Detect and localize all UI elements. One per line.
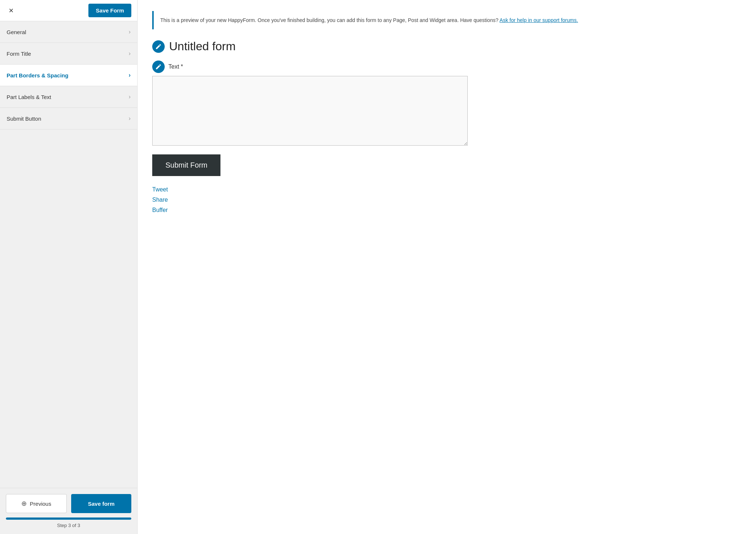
social-link-buffer[interactable]: Buffer	[152, 207, 741, 213]
chevron-icon: ›	[129, 72, 131, 78]
nav-item-label: General	[7, 29, 26, 35]
social-link-share[interactable]: Share	[152, 197, 741, 203]
field-required-marker: *	[181, 63, 183, 70]
social-links: TweetShareBuffer	[152, 186, 741, 213]
sidebar-item-general[interactable]: General›	[0, 21, 137, 43]
progress-bar-container	[6, 517, 131, 520]
sidebar-item-submit-button[interactable]: Submit Button›	[0, 108, 137, 129]
preview-area: This is a preview of your new HappyForm.…	[138, 0, 756, 534]
chevron-icon: ›	[129, 115, 131, 122]
field-edit-icon[interactable]	[152, 61, 165, 73]
chevron-icon: ›	[129, 94, 131, 100]
text-textarea[interactable]	[152, 76, 468, 146]
chevron-icon: ›	[129, 50, 131, 57]
sidebar-item-part-borders-spacing[interactable]: Part Borders & Spacing›	[0, 65, 137, 86]
field-label: Text *	[168, 63, 183, 70]
submit-button-container: Submit Form	[152, 154, 741, 183]
nav-item-label: Part Labels & Text	[7, 94, 51, 100]
nav-item-label: Submit Button	[7, 116, 41, 122]
previous-button[interactable]: ⊕ Previous	[6, 494, 67, 513]
sidebar-item-part-labels-text[interactable]: Part Labels & Text›	[0, 86, 137, 108]
support-link[interactable]: Ask for help in our support forums.	[500, 17, 578, 23]
close-button[interactable]: ×	[6, 5, 17, 16]
step-label: Step 3 of 3	[6, 523, 131, 528]
form-main-title: Untitled form	[169, 40, 235, 53]
save-form-footer-button[interactable]: Save form	[71, 494, 131, 513]
footer-buttons: ⊕ Previous Save form	[6, 494, 131, 513]
sidebar-header: × Save Form	[0, 0, 137, 21]
save-form-header-button[interactable]: Save Form	[88, 4, 131, 17]
previous-button-label: Previous	[30, 501, 51, 507]
form-title-row: Untitled form	[152, 40, 741, 53]
social-link-tweet[interactable]: Tweet	[152, 186, 741, 193]
text-field-section: Text *	[152, 61, 741, 147]
field-label-row: Text *	[152, 61, 741, 73]
sidebar-footer: ⊕ Previous Save form Step 3 of 3	[0, 488, 137, 534]
info-banner-text: This is a preview of your new HappyForm.…	[160, 16, 735, 24]
chevron-icon: ›	[129, 29, 131, 35]
sidebar-item-form-title[interactable]: Form Title›	[0, 43, 137, 65]
circle-arrow-icon: ⊕	[21, 500, 27, 508]
sidebar: × Save Form General›Form Title›Part Bord…	[0, 0, 138, 534]
sidebar-nav: General›Form Title›Part Borders & Spacin…	[0, 21, 137, 488]
form-title-edit-icon[interactable]	[152, 40, 165, 53]
submit-form-button[interactable]: Submit Form	[152, 154, 220, 176]
nav-item-label: Form Title	[7, 51, 31, 57]
progress-bar-fill	[6, 517, 131, 520]
nav-item-label: Part Borders & Spacing	[7, 72, 68, 78]
info-banner: This is a preview of your new HappyForm.…	[152, 11, 741, 29]
